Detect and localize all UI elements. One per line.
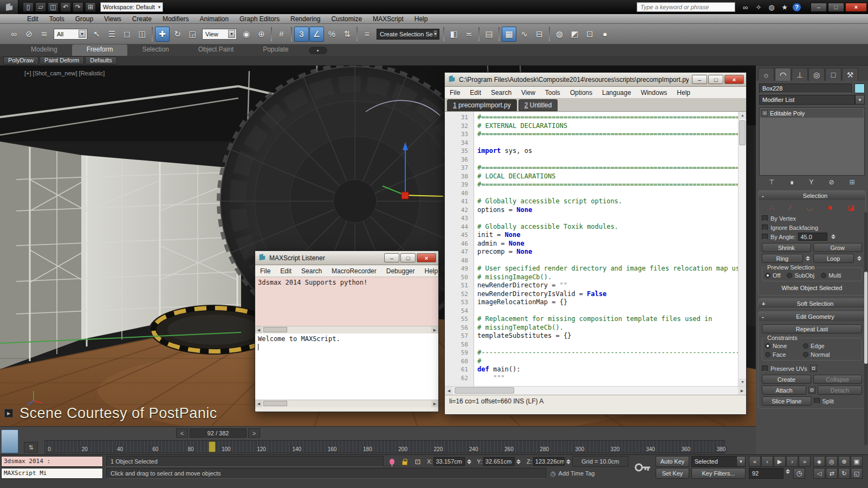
field-of-view-icon[interactable]: ◁	[813, 468, 825, 479]
ribbon-options-icon[interactable]: ▾	[309, 47, 327, 54]
minimize-button[interactable]: –	[811, 3, 827, 12]
new-file-icon[interactable]: ▯	[23, 2, 34, 12]
ribbon-tab-freeform[interactable]: Freeform	[72, 44, 128, 56]
ribbon-subtab-paint-deform[interactable]: Paint Deform	[40, 56, 84, 65]
zoom-all-icon[interactable]: ⊕	[838, 456, 850, 467]
named-selection-set-dropdown[interactable]: Create Selection Se▾	[377, 29, 439, 40]
angle-snap-icon[interactable]: ∠	[309, 27, 324, 42]
ribbon-tab-object-paint[interactable]: Object Paint	[184, 44, 248, 56]
motion-tab[interactable]: ◎	[808, 68, 825, 81]
split-checkbox[interactable]	[814, 398, 820, 404]
listener-output-pane[interactable]: Welcome to MAXScript.	[255, 333, 438, 400]
constraint-normal-radio[interactable]	[803, 352, 808, 357]
editor-menu-file[interactable]: File	[445, 89, 465, 97]
repeat-last-button[interactable]: Repeat Last	[762, 324, 862, 333]
ribbon-subtab-polydraw[interactable]: PolyDraw	[3, 56, 38, 65]
listener-titlebar[interactable]: MAXScript Listener – □ ×	[255, 251, 438, 265]
chevron-down-icon[interactable]: ▼	[736, 457, 745, 466]
keyboard-override-icon[interactable]: #	[274, 27, 289, 42]
select-and-scale-icon[interactable]: ◲	[185, 27, 200, 42]
select-by-name-icon[interactable]: ☰	[105, 27, 119, 42]
menu-group[interactable]: Group	[70, 14, 99, 24]
preview-subobj-radio[interactable]	[787, 273, 792, 278]
editor-horizontal-scrollbar[interactable]: ◀▶	[445, 386, 746, 395]
time-slider[interactable]: 0204060801001201401601802002202402602803…	[0, 439, 756, 454]
go-to-end-icon[interactable]: »	[799, 456, 811, 467]
modifier-list-dropdown[interactable]: Modifier List ▼	[756, 95, 868, 107]
z-coordinate-field[interactable]: 123.226cm	[533, 457, 565, 466]
soft-selection-header[interactable]: + Soft Selection	[759, 299, 865, 308]
scene-explorer-icon[interactable]: ▦	[502, 27, 516, 42]
reference-coordinate-dropdown[interactable]: View▾	[202, 29, 237, 40]
percent-snap-icon[interactable]: %	[325, 27, 339, 42]
menu-rendering[interactable]: Rendering	[285, 14, 326, 24]
object-color-swatch[interactable]	[854, 84, 865, 93]
timeline-ruler[interactable]: 0204060801001201401601802002202402602803…	[44, 440, 725, 453]
modifier-stack[interactable]: ▪Editable Poly	[759, 107, 865, 176]
menu-animation[interactable]: Animation	[195, 14, 234, 24]
selection-lock-icon[interactable]	[400, 457, 410, 466]
time-configuration-icon[interactable]: ◷	[793, 468, 805, 479]
maxscript-mini-listener-script[interactable]: MAXScript Mi	[1, 468, 103, 479]
key-mode-toggle-icon[interactable]: ◈	[813, 456, 825, 467]
configure-modifier-sets-icon[interactable]: ⊞	[850, 178, 855, 186]
menu-graph-editors[interactable]: Graph Editors	[234, 14, 285, 24]
listener-menu-edit[interactable]: Edit	[275, 267, 296, 275]
rendered-frame-icon[interactable]: ⊡	[582, 27, 597, 42]
y-spinner[interactable]	[516, 459, 522, 464]
border-subobject-icon[interactable]: ◡	[806, 203, 812, 211]
go-to-start-icon[interactable]: «	[749, 456, 761, 467]
previous-frame-icon[interactable]: ‹	[761, 456, 773, 467]
attach-button[interactable]: Attach	[762, 386, 806, 395]
select-and-rotate-icon[interactable]: ↻	[170, 27, 185, 42]
select-and-manipulate-icon[interactable]: ⊕	[254, 27, 269, 42]
play-icon[interactable]: ▶	[774, 456, 786, 467]
editor-menu-language[interactable]: Language	[597, 89, 636, 97]
constraint-none-radio[interactable]	[765, 343, 770, 349]
current-frame-field[interactable]: 92	[749, 468, 783, 479]
constraint-face-radio[interactable]	[765, 352, 770, 357]
vertex-subobject-icon[interactable]: ∴	[769, 203, 774, 211]
loop-spinner[interactable]	[856, 256, 862, 261]
scrollbar-thumb[interactable]	[864, 272, 867, 364]
3dsmax-logo[interactable]	[0, 0, 18, 14]
listener-macro-scrollbar[interactable]: ◀▶	[255, 326, 438, 333]
by-angle-checkbox[interactable]	[762, 234, 768, 240]
redo-icon[interactable]: ↷	[73, 2, 83, 12]
element-subobject-icon[interactable]: ◪	[847, 203, 854, 211]
listener-menu-debugger[interactable]: Debugger	[381, 267, 420, 275]
command-panel-scrollbar[interactable]	[864, 212, 867, 445]
schematic-view-icon[interactable]: ⊟	[532, 27, 547, 42]
chevron-down-icon[interactable]: ▾	[158, 4, 161, 10]
auto-key-button[interactable]: Auto Key	[656, 456, 689, 467]
menu-create[interactable]: Create	[127, 14, 157, 24]
select-object-icon[interactable]: ↖	[89, 27, 104, 42]
collapse-button[interactable]: Collapse	[813, 375, 863, 384]
menu-edit[interactable]: Edit	[22, 14, 44, 24]
chevron-down-icon[interactable]: ▾	[228, 30, 235, 38]
curve-editor-icon[interactable]: ∿	[517, 27, 532, 42]
panel-expand-arrow[interactable]: ▶	[4, 409, 13, 418]
project-folder-icon[interactable]: ⊞	[85, 2, 96, 12]
open-file-icon[interactable]: ▱	[35, 2, 46, 12]
help-icon[interactable]: ?	[793, 3, 801, 11]
ring-button[interactable]: Ring	[762, 254, 803, 263]
preview-multi-radio[interactable]	[821, 273, 826, 278]
maximize-button[interactable]: □	[828, 3, 844, 12]
ribbon-tab-populate[interactable]: Populate	[248, 44, 303, 56]
unlink-selection-icon[interactable]: ⊘	[22, 27, 36, 42]
chevron-down-icon[interactable]: ▾	[79, 30, 86, 38]
editor-minimize-button[interactable]: –	[692, 75, 707, 84]
editor-titlebar[interactable]: C:\Program Files\Autodesk\Composite2014\…	[445, 73, 746, 87]
modifier-stack-item[interactable]: ▪Editable Poly	[760, 108, 864, 118]
listener-minimize-button[interactable]: –	[384, 253, 399, 262]
material-editor-icon[interactable]: ◍	[552, 27, 567, 42]
render-setup-icon[interactable]: ◩	[567, 27, 582, 42]
key-filters-button[interactable]: Key Filters...	[691, 468, 746, 479]
selection-filter-dropdown[interactable]: All▾	[54, 29, 87, 40]
viewport[interactable]: [+] [Shot_cam_new] [Realistic] Scene Cou…	[0, 66, 756, 426]
constraint-edge-radio[interactable]	[803, 343, 808, 349]
listener-close-button[interactable]: ×	[417, 253, 436, 262]
align-icon[interactable]: ≍	[462, 27, 476, 42]
expand-icon[interactable]: ▪	[762, 110, 768, 116]
